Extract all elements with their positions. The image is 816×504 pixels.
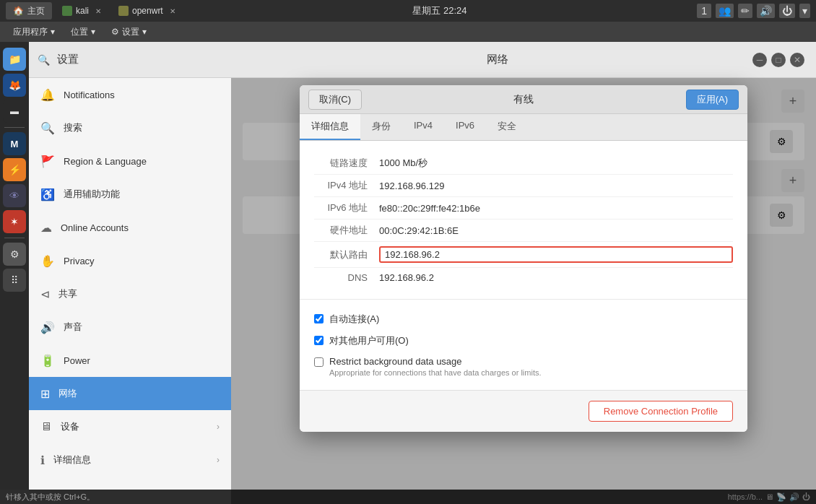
speed-label: 链路速度 xyxy=(314,157,379,170)
network-title: 网络 xyxy=(243,53,752,66)
sidebar-item-notifications[interactable]: 🔔 Notifications xyxy=(29,78,231,111)
devices-chevron-icon: › xyxy=(217,422,220,432)
minimize-button[interactable]: ─ xyxy=(752,53,767,67)
ipv4-label: IPv4 地址 xyxy=(314,179,379,192)
sidebar-item-sound[interactable]: 🔊 声音 xyxy=(29,310,231,344)
grid-icon: ⠿ xyxy=(11,274,18,286)
dock-icon-m[interactable]: M xyxy=(3,132,26,155)
dialog-checkboxes: 自动连接(A) 对其他用户可用(O) Restric xyxy=(300,299,747,390)
tab-home[interactable]: 🏠 主页 xyxy=(6,2,52,19)
menu-places-arrow: ▾ xyxy=(91,27,95,37)
tab-kali[interactable]: kali ✕ xyxy=(55,2,108,19)
tab-ipv4[interactable]: IPv4 xyxy=(402,114,444,140)
sidebar-network-label: 网络 xyxy=(58,387,77,400)
close-kali-icon[interactable]: ✕ xyxy=(95,7,101,15)
dialog-tabs: 详细信息 身份 IPv4 IPv6 安全 xyxy=(300,114,747,141)
terminal-icon: ▬ xyxy=(10,106,19,116)
ipv6-value: fe80::20c:29ff:fe42:1b6e xyxy=(379,203,733,214)
dock-icon-terminal[interactable]: ▬ xyxy=(3,100,26,123)
apply-button[interactable]: 应用(A) xyxy=(686,90,739,110)
dialog-overlay: 取消(C) 有线 应用(A) 详细信息 身份 IPv4 IPv6 安全 xyxy=(231,78,816,504)
tab-kali-label: kali xyxy=(76,6,89,16)
sidebar-item-online-accounts[interactable]: ☁ Online Accounts xyxy=(29,211,231,244)
tab-ipv6[interactable]: IPv6 xyxy=(444,114,486,140)
dialog-title: 有线 xyxy=(362,93,686,106)
all-users-container: 对其他用户可用(O) xyxy=(329,334,409,347)
dock-icon-star[interactable]: ✶ xyxy=(3,210,26,233)
close-button[interactable]: ✕ xyxy=(790,53,804,67)
main-area: 📁 🦊 ▬ M ⚡ 👁 ✶ ⚙ ⠿ 🔍 设置 xyxy=(0,42,816,504)
gear-icon: ⚙ xyxy=(10,248,19,260)
sidebar-item-region[interactable]: 🚩 Region & Language xyxy=(29,144,231,178)
menubar: 应用程序 ▾ 位置 ▾ ⚙ 设置 ▾ xyxy=(0,22,816,42)
status-hint: 针移入其中或按 Ctrl+G。 xyxy=(6,492,95,503)
hardware-label: 硬件地址 xyxy=(314,224,379,237)
settings-list: 🔔 Notifications 🔍 搜索 🚩 Region & Language… xyxy=(29,78,231,504)
openwrt-icon xyxy=(118,6,129,16)
tab-identity[interactable]: 身份 xyxy=(360,114,402,140)
menu-apps-label: 应用程序 xyxy=(13,26,48,38)
sidebar-item-details[interactable]: ℹ 详细信息 › xyxy=(29,443,231,477)
dock-icon-flash[interactable]: ⚡ xyxy=(3,158,26,181)
sidebar-item-network[interactable]: ⊞ 网络 xyxy=(29,377,231,410)
tab-home-label: 主页 xyxy=(27,5,45,17)
dock-separator-2 xyxy=(4,238,25,238)
volume-icon[interactable]: 🔊 xyxy=(757,4,775,18)
sharing-icon: ⊲ xyxy=(40,287,50,301)
network-dialog: 取消(C) 有线 应用(A) 详细信息 身份 IPv4 IPv6 安全 xyxy=(300,85,747,432)
maximize-button[interactable]: □ xyxy=(771,53,786,67)
dock-icon-gear[interactable]: ⚙ xyxy=(3,243,26,266)
sidebar-item-power[interactable]: 🔋 Power xyxy=(29,344,231,377)
dock-icon-grid[interactable]: ⠿ xyxy=(3,269,26,292)
sidebar-item-label: Notifications xyxy=(64,90,115,100)
dns-label: DNS xyxy=(314,272,379,283)
remove-connection-button[interactable]: Remove Connection Profile xyxy=(589,401,733,422)
gateway-label: 默认路由 xyxy=(314,248,379,261)
menu-arrow-icon[interactable]: ▾ xyxy=(799,4,810,18)
tab-security[interactable]: 安全 xyxy=(486,114,528,140)
tab-details[interactable]: 详细信息 xyxy=(300,114,360,140)
sidebar-item-devices[interactable]: 🖥 设备 › xyxy=(29,410,231,443)
workspace-indicator[interactable]: 1 xyxy=(697,4,711,18)
restrict-bg-checkbox[interactable] xyxy=(314,357,324,367)
cancel-button[interactable]: 取消(C) xyxy=(308,90,362,110)
all-users-checkbox[interactable] xyxy=(314,336,324,345)
online-accounts-icon: ☁ xyxy=(40,221,52,235)
pen-icon[interactable]: ✏ xyxy=(738,4,752,18)
hardware-value: 00:0C:29:42:1B:6E xyxy=(379,225,733,236)
m-icon: M xyxy=(11,139,19,149)
people-icon[interactable]: 👥 xyxy=(716,4,734,18)
tab-openwrt[interactable]: openwrt ✕ xyxy=(111,2,183,19)
search-side-icon: 🔍 xyxy=(40,121,55,135)
auto-connect-checkbox[interactable] xyxy=(314,314,324,323)
menu-places[interactable]: 位置 ▾ xyxy=(64,23,103,40)
sidebar-item-sharing[interactable]: ⊲ 共享 xyxy=(29,277,231,310)
power-icon[interactable]: ⏻ xyxy=(779,4,795,18)
gateway-value: 192.168.96.2 xyxy=(379,246,733,263)
details-icon: ℹ xyxy=(40,453,45,467)
info-row-ipv6: IPv6 地址 fe80::20c:29ff:fe42:1b6e xyxy=(314,197,733,220)
dialog-body: 链路速度 1000 Mb/秒 IPv4 地址 192.168.96.129 IP… xyxy=(300,141,747,299)
checkbox-all-users: 对其他用户可用(O) xyxy=(314,330,733,352)
menu-apps-arrow: ▾ xyxy=(51,27,55,37)
sidebar-item-privacy[interactable]: ✋ Privacy xyxy=(29,244,231,277)
sidebar-online-accounts-label: Online Accounts xyxy=(61,222,129,233)
sidebar-power-label: Power xyxy=(64,355,90,366)
menu-settings[interactable]: ⚙ 设置 ▾ xyxy=(104,23,154,40)
kali-icon xyxy=(62,6,72,16)
dialog-titlebar: 取消(C) 有线 应用(A) xyxy=(300,85,747,114)
all-users-label: 对其他用户可用(O) xyxy=(329,334,409,347)
sidebar-item-accessibility[interactable]: ♿ 通用辅助功能 xyxy=(29,178,231,211)
star-icon: ✶ xyxy=(10,216,19,227)
checkbox-auto-connect: 自动连接(A) xyxy=(314,308,733,330)
sidebar-item-search[interactable]: 🔍 搜索 xyxy=(29,111,231,144)
power-side-icon: 🔋 xyxy=(40,354,55,368)
network-header: 网络 ─ □ ✕ xyxy=(231,42,816,78)
menu-apps[interactable]: 应用程序 ▾ xyxy=(6,23,62,40)
menu-settings-label: 设置 xyxy=(122,26,139,38)
dock-icon-eye[interactable]: 👁 xyxy=(3,184,26,207)
close-openwrt-icon[interactable]: ✕ xyxy=(170,7,175,15)
dock-icon-files[interactable]: 📁 xyxy=(3,48,26,71)
privacy-icon: ✋ xyxy=(40,254,55,268)
dock-icon-browser[interactable]: 🦊 xyxy=(3,74,26,97)
